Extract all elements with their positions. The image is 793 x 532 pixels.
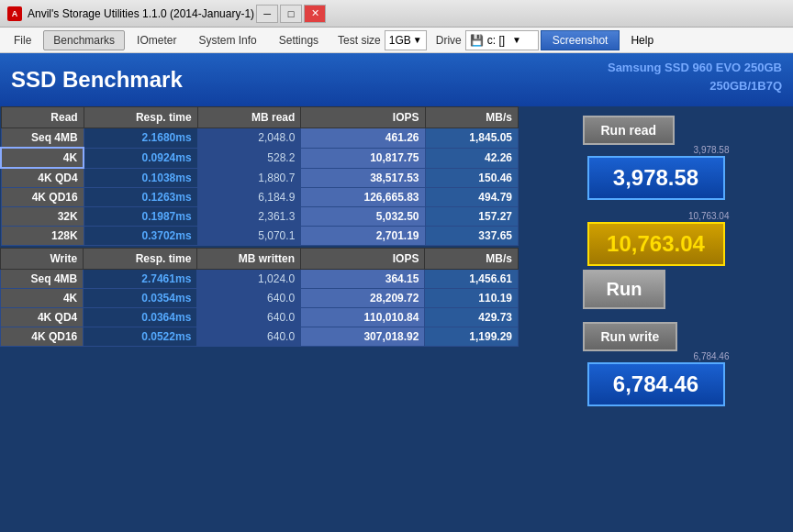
menu-bar: File Benchmarks IOmeter System Info Sett… [0,28,793,53]
col-wmb-header: MB written [197,249,301,270]
col-write-header: Write [1,249,84,270]
write-table: Write Resp. time MB written IOPS MB/s Se… [0,248,519,347]
read-score-label-small: 3,978.58 [694,145,730,155]
read-table-row: 32K0.1987ms2,361.35,032.50157.27 [1,207,519,227]
drive-area: Drive 💾 c: [] ▼ [436,30,539,50]
title-bar: A Anvil's Storage Utilities 1.1.0 (2014-… [0,0,793,28]
read-table-row: 4K QD40.1038ms1,880.738,517.53150.46 [1,168,519,188]
minimize-button[interactable]: ─ [256,5,278,23]
help-button[interactable]: Help [621,31,663,50]
total-score-box: 10,763.04 10,763.04 Run [583,211,730,309]
menu-systeminfo[interactable]: System Info [188,30,266,50]
bench-title: SSD Benchmark [11,67,183,93]
col-wmbs-header: MB/s [425,249,519,270]
run-read-button[interactable]: Run read [583,116,676,145]
right-panel: Run read 3,978.58 3,978.58 10,763.04 10,… [519,106,793,532]
run-write-button[interactable]: Run write [583,322,678,351]
read-table: Read Resp. time MB read IOPS MB/s Seq 4M… [0,106,519,246]
menu-iometer[interactable]: IOmeter [127,30,186,50]
screenshot-button[interactable]: Screenshot [541,30,620,50]
main-content: Read Resp. time MB read IOPS MB/s Seq 4M… [0,106,793,532]
menu-settings[interactable]: Settings [269,30,329,50]
write-score-box: Run write 6,784.46 6,784.46 [583,320,730,406]
col-mb-header: MB read [197,107,301,128]
run-button[interactable]: Run [583,270,666,309]
drive-label: Drive [436,34,462,47]
test-size-select[interactable]: 1GB ▼ [385,30,427,50]
table-section: Read Resp. time MB read IOPS MB/s Seq 4M… [0,106,519,532]
drive-info: Samsung SSD 960 EVO 250GB 250GB/1B7Q [608,59,782,94]
menu-file[interactable]: File [4,30,41,50]
read-table-row: 4K0.0924ms528.210,817.7542.26 [1,148,519,168]
total-score-label-small: 10,763.04 [688,211,730,221]
menu-benchmarks[interactable]: Benchmarks [43,30,125,50]
read-score-display: 3,978.58 [587,156,725,200]
title-text: Anvil's Storage Utilities 1.1.0 (2014-Ja… [28,7,254,20]
col-mbs-header: MB/s [425,107,518,128]
app-icon: A [7,6,22,21]
write-table-row: 4K0.0354ms640.028,209.72110.19 [1,289,519,308]
write-table-row: 4K QD160.0522ms640.0307,018.921,199.29 [1,327,519,347]
read-table-row: 4K QD160.1263ms6,184.9126,665.83494.79 [1,188,519,207]
write-table-row: Seq 4MB2.7461ms1,024.0364.151,456.61 [1,270,519,289]
close-button[interactable]: ✕ [304,5,326,23]
test-size-label: Test size [338,34,381,47]
write-table-row: 4K QD40.0364ms640.0110,010.84429.73 [1,308,519,327]
col-resp-header: Resp. time [84,107,197,128]
read-table-row: Seq 4MB2.1680ms2,048.0461.261,845.05 [1,128,519,149]
bench-header: SSD Benchmark Samsung SSD 960 EVO 250GB … [0,53,793,106]
read-score-box: Run read 3,978.58 3,978.58 [583,114,730,200]
col-read-header: Read [1,107,84,128]
col-wiops-header: IOPS [301,249,425,270]
drive-select[interactable]: 💾 c: [] ▼ [465,30,539,50]
col-iops-header: IOPS [301,107,425,128]
col-wresp-header: Resp. time [84,249,197,270]
test-size-area: Test size 1GB ▼ [338,30,427,50]
read-table-row: 128K0.3702ms5,070.12,701.19337.65 [1,227,519,246]
write-score-label-small: 6,784.46 [694,351,730,361]
write-score-display: 6,784.46 [587,362,725,406]
total-score-display: 10,763.04 [587,222,725,266]
maximize-button[interactable]: □ [280,5,302,23]
